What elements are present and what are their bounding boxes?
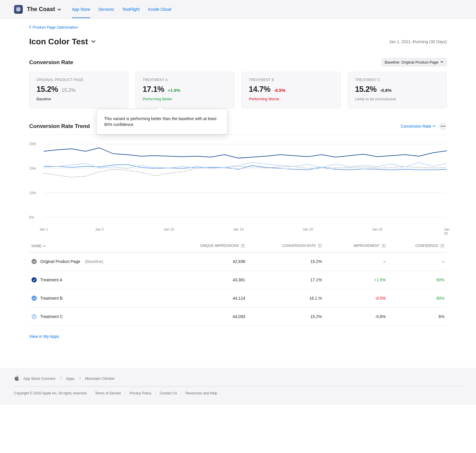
chart-x-label: Jan 30 <box>444 227 449 236</box>
cell-rate: 16.1.% <box>247 289 324 308</box>
treatment-card[interactable]: TREATMENT C 15.2% -0.8% Likely to be Inc… <box>348 72 447 108</box>
table-header-cell: CONVERSION RATE? <box>247 240 324 252</box>
app-switcher-chevron[interactable] <box>57 7 62 12</box>
card-status: Likely to be Inconclusive <box>355 97 440 101</box>
card-status: Performing Worse <box>249 97 333 101</box>
footer-link[interactable]: Contact Us <box>156 391 181 395</box>
breadcrumb-back-link[interactable]: Product Page Optimization <box>29 25 78 29</box>
card-delta: +1.9% <box>168 88 180 93</box>
check-badge-icon <box>32 296 37 301</box>
table-row[interactable]: Treatment A 43,381 17.1% +1.9% 90% <box>29 271 447 289</box>
trend-metric-label: Conversion Rate <box>401 124 431 129</box>
chart-x-label: Jan 25 <box>372 227 383 231</box>
chart-gridline <box>44 217 447 217</box>
cell-impressions: 44,093 <box>162 308 248 326</box>
nav-services[interactable]: Services <box>98 1 114 18</box>
th-label: NAME <box>32 244 42 248</box>
cell-impressions: 42,938 <box>162 252 248 271</box>
card-label: TREATMENT A <box>143 78 227 82</box>
main-content: Product Page Optimization Icon Color Tes… <box>0 19 476 350</box>
page-title: Icon Color Test <box>29 37 96 46</box>
nav-testflight[interactable]: TestFlight <box>122 1 140 18</box>
chart-x-axis: Jan 1Jan 5Jan 10Jan 15Jan 20Jan 25Jan 30 <box>44 225 447 234</box>
footer-crumb-root[interactable]: App Store Connect <box>23 376 55 381</box>
top-bar: The Coast App Store Services TestFlight … <box>0 0 476 19</box>
view-in-my-apps-link[interactable]: View in My Apps <box>29 334 59 339</box>
breadcrumb-back-label: Product Page Optimization <box>33 25 78 29</box>
baseline-tag: (Baseline) <box>85 259 103 264</box>
treatments-table: NAME UNIQUE IMPRESSIONS?CONVERSION RATE?… <box>29 240 447 326</box>
chart-gridline <box>44 168 447 169</box>
footer: App Store Connect Apps Mountain Climber … <box>0 368 476 405</box>
check-badge-icon <box>32 314 37 319</box>
treatment-card[interactable]: TREATMENT B 14.7% -0.5% Performing Worse <box>242 72 341 108</box>
cell-impressions: 44,124 <box>162 289 248 308</box>
cell-rate: 15.2% <box>247 252 324 271</box>
top-nav: App Store Services TestFlight Xcode Clou… <box>72 1 171 18</box>
check-badge-icon <box>32 277 37 282</box>
chevron-right-icon <box>60 376 62 381</box>
table-header-cell: CONFIDENCE? <box>388 240 447 252</box>
chart-svg <box>44 139 447 222</box>
table-row[interactable]: Treatment C 44,093 15.2% -0.8% 6% <box>29 308 447 326</box>
app-name: The Coast <box>27 6 55 13</box>
footer-link[interactable]: Privacy Policy <box>125 391 156 395</box>
chart-gridline <box>44 144 447 144</box>
cell-confidence: 90% <box>388 271 447 289</box>
row-name: Treatment B <box>40 296 63 301</box>
chevron-down-icon <box>43 245 46 247</box>
help-icon[interactable]: ? <box>241 244 245 248</box>
footer-link[interactable]: Resources and Help <box>181 391 221 395</box>
help-icon[interactable]: ? <box>318 244 322 248</box>
table-row[interactable]: Original Product Page (Baseline) 42,938 … <box>29 252 447 271</box>
row-name: Original Product Page <box>40 259 80 264</box>
trend-header: Conversion Rate Trend Conversion Rate ••… <box>29 122 447 130</box>
card-status: Baseline <box>36 97 121 101</box>
chart-y-label: 20% <box>29 142 36 146</box>
footer-crumb-apps[interactable]: Apps <box>66 376 75 381</box>
chart-y-label: 10% <box>29 191 36 195</box>
footer-crumb-app[interactable]: Mountain Climber <box>85 376 115 381</box>
baseline-selector[interactable]: Baseline: Original Product Page <box>382 58 447 66</box>
chart-x-label: Jan 15 <box>233 227 244 231</box>
card-label: ORIGINAL PRODUCT PAGE <box>36 78 121 82</box>
table-header-cell: NAME <box>29 240 162 252</box>
trend-metric-selector[interactable]: Conversion Rate <box>401 124 436 129</box>
help-icon[interactable]: ? <box>440 244 444 248</box>
nav-xcode-cloud[interactable]: Xcode Cloud <box>148 1 171 18</box>
th-label: CONFIDENCE <box>415 244 438 248</box>
card-value: 15.2% <box>36 85 58 94</box>
footer-link[interactable]: Terms of Service <box>95 391 125 395</box>
chart-x-label: Jan 10 <box>164 227 174 231</box>
card-value: 14.7% <box>249 85 270 94</box>
help-icon[interactable]: ? <box>382 244 386 248</box>
chart-x-label: Jan 5 <box>95 227 104 231</box>
card-delta: -0.8% <box>380 88 391 93</box>
conversion-section-title: Conversion Rate <box>29 59 73 66</box>
page-title-chevron[interactable] <box>90 37 96 46</box>
more-actions-button[interactable]: ••• <box>439 122 447 130</box>
cell-confidence: – <box>388 252 447 271</box>
table-sort-name[interactable]: NAME <box>32 244 46 248</box>
footer-breadcrumbs: App Store Connect Apps Mountain Climber <box>14 375 462 387</box>
cell-improvement: -0.5% <box>324 289 388 308</box>
baseline-selector-label: Baseline: Original Product Page <box>385 60 438 64</box>
cell-rate: 17.1% <box>247 271 324 289</box>
table-header-row: NAME UNIQUE IMPRESSIONS?CONVERSION RATE?… <box>29 240 447 252</box>
page-header: Icon Color Test Jan 1, 2021–Running (30 … <box>29 37 447 46</box>
page-meta: Jan 1, 2021–Running (30 Days) <box>389 39 447 44</box>
treatment-card[interactable]: TREATMENT A 17.1% +1.9% Performing Bette… <box>135 72 235 108</box>
performance-tooltip: This variant is performing better than t… <box>96 109 228 134</box>
trend-title: Conversion Rate Trend <box>29 123 90 129</box>
nav-app-store[interactable]: App Store <box>72 1 90 18</box>
check-badge-icon <box>32 259 37 264</box>
cell-confidence: 6% <box>388 308 447 326</box>
card-value: 17.1% <box>143 85 164 94</box>
apple-logo-icon <box>14 375 19 382</box>
table-row[interactable]: Treatment B 44,124 16.1.% -0.5% 90% <box>29 289 447 308</box>
card-label: TREATMENT C <box>355 78 440 82</box>
tooltip-text: This variant is performing better than t… <box>104 116 216 127</box>
treatment-card[interactable]: ORIGINAL PRODUCT PAGE 15.2% 15.2% Baseli… <box>29 72 128 108</box>
chart-series-line <box>44 148 447 158</box>
chevron-right-icon <box>79 376 81 381</box>
